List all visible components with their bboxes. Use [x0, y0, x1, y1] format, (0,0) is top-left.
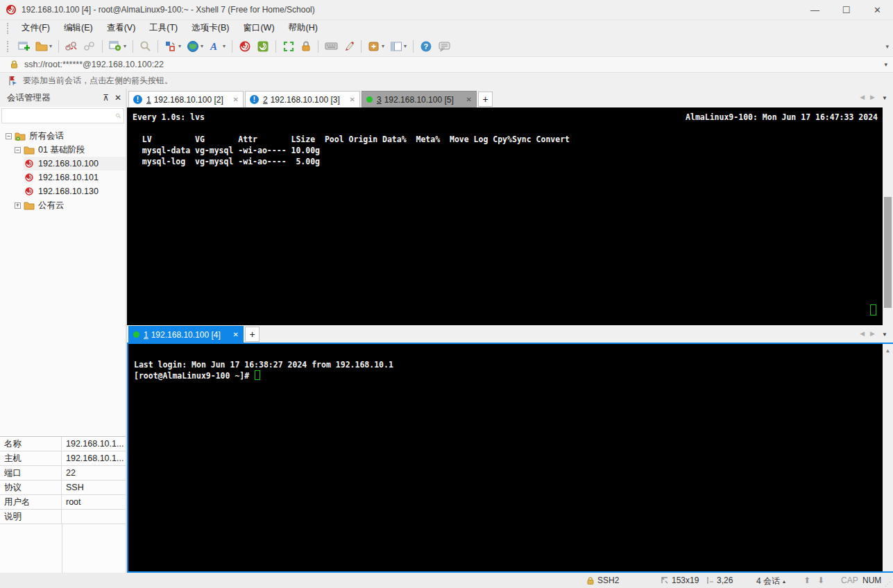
- compose-pane-button[interactable]: ▾: [162, 38, 183, 54]
- font-caret-icon: ▾: [223, 43, 226, 49]
- menu-help[interactable]: 帮助(H): [282, 20, 325, 36]
- terminal-bottom[interactable]: Last login: Mon Jun 17 16:38:27 2024 fro…: [127, 344, 893, 573]
- reconnect-icon: [83, 41, 96, 52]
- tree-label[interactable]: 192.168.10.130: [38, 187, 99, 196]
- virtual-keyboard-button[interactable]: [323, 39, 340, 53]
- font-icon: A: [209, 40, 221, 52]
- folder-icon: [24, 145, 35, 155]
- open-sessions-button[interactable]: ▾: [33, 39, 54, 54]
- tab-session-5-active[interactable]: 3 192.168.10.100 [5] ✕: [362, 91, 477, 107]
- property-label: 说明: [0, 510, 62, 524]
- menu-view[interactable]: 查看(V): [100, 20, 143, 36]
- font-button[interactable]: A ▾: [207, 38, 228, 54]
- terminal-top[interactable]: Every 1.0s: lvs AlmaLinux9-100: Mon Jun …: [127, 107, 893, 325]
- collapse-icon[interactable]: −: [6, 133, 12, 139]
- expand-icon[interactable]: +: [15, 202, 21, 209]
- property-value: 22: [62, 468, 126, 478]
- feedback-chat-button[interactable]: [436, 39, 453, 54]
- address-bar[interactable]: ssh://root:******@192.168.10.100:22 ▾: [0, 56, 893, 73]
- terminal-top-scrollbar[interactable]: [883, 107, 893, 325]
- session-search-input[interactable]: [2, 109, 115, 123]
- tree-item-folder-basic[interactable]: − 01 基础阶段: [15, 143, 126, 157]
- tree-item-all-sessions[interactable]: − 所有会话: [6, 129, 126, 143]
- lock-screen-button[interactable]: [298, 38, 314, 54]
- menu-window[interactable]: 窗口(W): [236, 20, 281, 36]
- tree-label[interactable]: 01 基础阶段: [38, 144, 85, 156]
- tab-scroll-left-icon[interactable]: ◀: [860, 330, 865, 337]
- svg-text:?: ?: [424, 42, 429, 51]
- property-label: 协议: [0, 481, 62, 494]
- tab-list-caret-icon[interactable]: ▼: [882, 331, 887, 338]
- open-sessions-caret-icon: ▾: [49, 43, 52, 49]
- tab-number: 1: [144, 330, 148, 340]
- status-session-count[interactable]: 4 会话 ▴: [756, 576, 785, 587]
- terminal-line: [133, 123, 878, 134]
- toolbar-separator: [318, 40, 318, 53]
- tab-session-2[interactable]: ! 1 192.168.10.100 [2] ✕: [128, 91, 244, 107]
- terminal-bottom-scrollbar[interactable]: ▲: [883, 344, 893, 571]
- new-session-button[interactable]: [15, 38, 32, 55]
- session-properties-button[interactable]: ▾: [107, 38, 128, 54]
- scrollbar-thumb[interactable]: [884, 197, 892, 308]
- menu-tools[interactable]: 工具(T): [142, 20, 185, 36]
- tree-item-session-100[interactable]: 192.168.10.100: [24, 157, 126, 171]
- toolbar-separator: [275, 40, 276, 53]
- pin-icon[interactable]: ⊼: [103, 93, 109, 103]
- next-session-icon[interactable]: ⬇: [817, 576, 824, 585]
- tab-list-caret-icon[interactable]: ▼: [882, 95, 887, 101]
- highlight-pen-button[interactable]: [341, 38, 357, 54]
- notice-bar: 要添加当前会话，点击左侧的箭头按钮。: [0, 73, 893, 89]
- menu-file[interactable]: 文件(F): [15, 20, 57, 36]
- scroll-up-icon[interactable]: ▲: [883, 345, 893, 356]
- layout-button[interactable]: ▾: [388, 39, 409, 54]
- help-button[interactable]: ?: [418, 38, 434, 55]
- tree-item-session-130[interactable]: 192.168.10.130: [24, 184, 126, 198]
- tab-session-3[interactable]: ! 2 192.168.10.100 [3] ✕: [245, 91, 360, 107]
- fullscreen-button[interactable]: [280, 38, 297, 55]
- address-caret-icon[interactable]: ▾: [884, 61, 887, 68]
- tree-label[interactable]: 192.168.10.100: [38, 159, 99, 168]
- xshell-button[interactable]: [237, 38, 253, 55]
- toolbar-overflow-caret[interactable]: ▾: [885, 43, 889, 50]
- collapse-icon[interactable]: −: [15, 147, 21, 153]
- tree-label[interactable]: 所有会话: [29, 130, 64, 142]
- xshell-icon: [239, 40, 251, 53]
- panel-close-icon[interactable]: ✕: [114, 93, 121, 103]
- menu-tabs[interactable]: 选项卡(B): [185, 20, 236, 36]
- tree-item-session-101[interactable]: 192.168.10.101: [24, 171, 126, 184]
- find-button[interactable]: [137, 38, 153, 54]
- sessions-caret-icon[interactable]: ▴: [783, 578, 785, 585]
- menu-bar: 文件(F) 编辑(E) 查看(V) 工具(T) 选项卡(B) 窗口(W) 帮助(…: [0, 19, 893, 36]
- tab-scroll-right-icon[interactable]: ▶: [870, 94, 875, 101]
- reconnect-button[interactable]: [81, 39, 98, 54]
- xftp-button[interactable]: [255, 38, 271, 55]
- tab-scroll-left-icon[interactable]: ◀: [860, 94, 865, 101]
- tab-close-icon[interactable]: ✕: [233, 331, 239, 338]
- tab-close-icon[interactable]: ✕: [350, 96, 355, 103]
- tab-close-icon[interactable]: ✕: [466, 96, 472, 103]
- root-folder-icon: [15, 131, 26, 141]
- close-button[interactable]: ✕: [862, 0, 893, 19]
- new-tab-button[interactable]: +: [245, 327, 260, 342]
- encoding-globe-button[interactable]: ▾: [185, 38, 205, 55]
- maximize-button[interactable]: ☐: [831, 0, 862, 19]
- tab-scroll-right-icon[interactable]: ▶: [870, 330, 875, 337]
- tab-close-icon[interactable]: ✕: [233, 96, 239, 103]
- address-url[interactable]: ssh://root:******@192.168.10.100:22: [24, 60, 164, 69]
- new-tab-button[interactable]: +: [478, 92, 493, 107]
- minimize-button[interactable]: —: [799, 0, 831, 19]
- menu-edit[interactable]: 编辑(E): [57, 20, 100, 36]
- tree-item-folder-cloud[interactable]: + 公有云: [15, 198, 126, 212]
- ssh-lock-icon: [586, 576, 595, 585]
- property-row-port: 端口 22: [0, 466, 126, 481]
- properties-empty-area: [0, 524, 126, 573]
- disconnect-button[interactable]: [63, 39, 80, 54]
- session-search-box[interactable]: [1, 108, 124, 123]
- tab-session-4-active[interactable]: 1 192.168.10.100 [4] ✕: [128, 326, 244, 343]
- tree-label[interactable]: 公有云: [38, 200, 65, 211]
- prev-session-icon[interactable]: ⬆: [803, 576, 810, 585]
- tree-label[interactable]: 192.168.10.101: [38, 173, 99, 182]
- new-file-button[interactable]: ▾: [366, 39, 386, 54]
- alert-icon: !: [133, 95, 142, 104]
- resize-grip-icon[interactable]: ⋰: [885, 580, 892, 587]
